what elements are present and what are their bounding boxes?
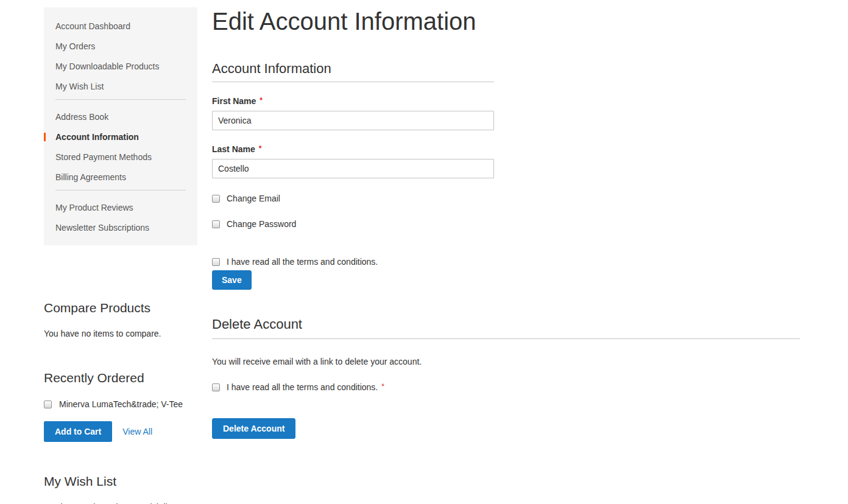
main-content: Edit Account Information Account Informa…: [212, 7, 800, 439]
sidebar-link-my-orders[interactable]: My Orders: [55, 41, 95, 51]
recently-ordered-title: Recently Ordered: [44, 371, 197, 385]
page: Account Dashboard My Orders My Downloada…: [0, 0, 848, 504]
sidebar-item-address-book[interactable]: Address Book: [44, 113, 197, 121]
change-password-checkbox[interactable]: [212, 220, 220, 228]
sidebar-link-account-information[interactable]: Account Information: [55, 132, 139, 142]
last-name-label-text: Last Name: [212, 144, 255, 154]
recently-ordered-item-checkbox[interactable]: [44, 401, 52, 408]
account-terms-checkbox[interactable]: [212, 258, 220, 266]
first-name-input[interactable]: [212, 111, 494, 130]
recently-ordered-item-label: Minerva LumaTech&trade; V-Tee: [59, 399, 183, 409]
account-nav-list: Address Book Account Information Stored …: [44, 113, 197, 181]
last-name-label: Last Name*: [212, 144, 494, 154]
required-marker: *: [259, 144, 262, 153]
sidebar-link-billing-agreements[interactable]: Billing Agreements: [55, 172, 126, 182]
sidebar-item-my-orders[interactable]: My Orders: [44, 42, 197, 51]
sidebar-item-account-information-current[interactable]: Account Information: [44, 133, 197, 141]
save-button[interactable]: Save: [212, 270, 252, 290]
change-email-choice: Change Email: [212, 194, 494, 203]
recently-ordered-item: Minerva LumaTech&trade; V-Tee: [44, 399, 197, 409]
account-nav-list: My Product Reviews Newsletter Subscripti…: [44, 203, 197, 232]
sidebar-link-my-downloadable-products[interactable]: My Downloadable Products: [55, 61, 159, 71]
last-name-input[interactable]: [212, 159, 494, 178]
first-name-label-text: First Name: [212, 96, 256, 106]
delete-section-divider: [212, 338, 800, 339]
first-name-field: First Name*: [212, 96, 494, 130]
change-email-label: Change Email: [227, 194, 280, 203]
account-information-section-title: Account Information: [212, 61, 494, 82]
sidebar-divider: [55, 190, 186, 191]
account-terms-label: I have read all the terms and conditions…: [227, 257, 378, 267]
delete-account-section: Delete Account You will receive email wi…: [212, 317, 800, 439]
wish-list-block: My Wish List You have no items in your w…: [44, 475, 197, 504]
delete-terms-label: I have read all the terms and conditions…: [227, 382, 384, 392]
wish-list-title: My Wish List: [44, 475, 197, 488]
compare-products-title: Compare Products: [44, 301, 197, 315]
delete-terms-checkbox[interactable]: [212, 383, 220, 391]
sidebar-item-newsletter-subscriptions[interactable]: Newsletter Subscriptions: [44, 223, 197, 232]
sidebar-link-address-book[interactable]: Address Book: [55, 112, 108, 122]
change-password-choice: Change Password: [212, 219, 494, 229]
last-name-field: Last Name*: [212, 144, 494, 178]
sidebar-item-my-product-reviews[interactable]: My Product Reviews: [44, 203, 197, 212]
sidebar-link-my-product-reviews[interactable]: My Product Reviews: [55, 203, 133, 212]
delete-account-button[interactable]: Delete Account: [212, 418, 295, 439]
page-title: Edit Account Information: [212, 7, 800, 35]
sidebar-link-account-dashboard[interactable]: Account Dashboard: [55, 21, 130, 31]
sidebar-link-my-wish-list[interactable]: My Wish List: [55, 82, 104, 91]
sidebar-item-my-wish-list[interactable]: My Wish List: [44, 82, 197, 91]
recently-ordered-block: Recently Ordered Minerva LumaTech&trade;…: [44, 371, 197, 442]
compare-products-block: Compare Products You have no items to co…: [44, 301, 197, 338]
sidebar-link-newsletter-subscriptions[interactable]: Newsletter Subscriptions: [55, 223, 149, 233]
left-column: Account Dashboard My Orders My Downloada…: [44, 7, 197, 504]
sidebar-item-stored-payment-methods[interactable]: Stored Payment Methods: [44, 153, 197, 161]
first-name-label: First Name*: [212, 96, 494, 106]
sidebar-item-billing-agreements[interactable]: Billing Agreements: [44, 173, 197, 181]
view-all-link[interactable]: View All: [122, 427, 152, 436]
account-information-fieldset: Account Information First Name* Last Nam…: [212, 61, 494, 290]
required-marker: *: [260, 96, 263, 105]
add-to-cart-button[interactable]: Add to Cart: [44, 421, 112, 442]
recently-ordered-actions: Add to Cart View All: [44, 421, 197, 442]
sidebar-link-stored-payment-methods[interactable]: Stored Payment Methods: [55, 152, 152, 162]
change-email-checkbox[interactable]: [212, 195, 220, 203]
sidebar-item-account-dashboard[interactable]: Account Dashboard: [44, 22, 197, 30]
account-nav: Account Dashboard My Orders My Downloada…: [44, 7, 197, 245]
account-terms-choice: I have read all the terms and conditions…: [212, 257, 494, 267]
sidebar-divider: [55, 99, 186, 100]
delete-terms-choice: I have read all the terms and conditions…: [212, 382, 800, 392]
compare-products-empty-text: You have no items to compare.: [44, 329, 197, 338]
delete-account-section-title: Delete Account: [212, 317, 800, 332]
delete-terms-label-text: I have read all the terms and conditions…: [227, 382, 378, 392]
account-nav-list: Account Dashboard My Orders My Downloada…: [44, 22, 197, 91]
sidebar-item-my-downloadable-products[interactable]: My Downloadable Products: [44, 62, 197, 71]
delete-account-description: You will receive email with a link to de…: [212, 357, 800, 366]
required-marker: *: [381, 382, 384, 391]
change-password-label: Change Password: [227, 219, 296, 229]
